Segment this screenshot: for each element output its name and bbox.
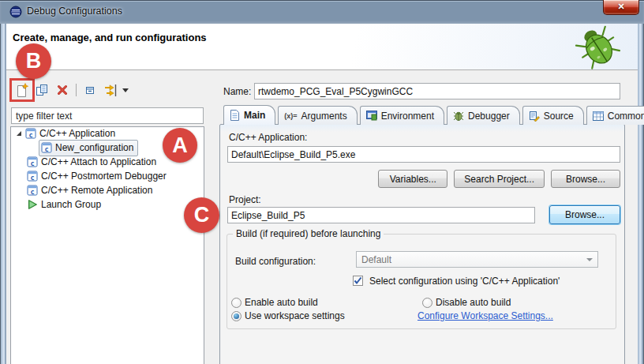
- annotation-circle-a: A: [163, 128, 197, 163]
- svg-text:c: c: [28, 131, 32, 139]
- build-group-title: Build (if required) before launching: [233, 228, 384, 239]
- c-application-icon: c: [27, 171, 38, 182]
- filter-configurations-button[interactable]: [100, 80, 121, 100]
- enable-auto-build-label: Enable auto build: [245, 297, 318, 308]
- tab-label: Environment: [381, 111, 434, 122]
- variables-button[interactable]: Variables...: [378, 170, 447, 188]
- tab-environment[interactable]: Environment: [360, 106, 444, 125]
- select-configuration-checkbox[interactable]: [353, 276, 363, 286]
- delete-configuration-button[interactable]: [52, 80, 73, 100]
- tab-label: Common: [608, 111, 644, 122]
- eclipse-logo-icon: [9, 6, 22, 18]
- name-input[interactable]: [254, 83, 620, 99]
- window-frame-right: [638, 24, 644, 364]
- collapse-all-icon: [83, 83, 97, 97]
- delete-x-icon: [56, 84, 69, 96]
- tab-label: Arguments: [301, 111, 347, 122]
- duplicate-icon: [35, 83, 49, 97]
- debugger-tab-icon: [453, 111, 464, 122]
- tree-item-launch-group[interactable]: Launch Group: [27, 197, 101, 212]
- checkmark-icon: [354, 276, 362, 285]
- enable-auto-build-radio[interactable]: [231, 298, 242, 308]
- tree-item-label: C/C++ Remote Application: [41, 185, 152, 196]
- tab-label: Main: [244, 110, 265, 121]
- tree-item-remote-application[interactable]: c C/C++ Remote Application: [27, 183, 152, 197]
- c-application-icon: c: [27, 185, 38, 196]
- app-browse-button[interactable]: Browse...: [551, 170, 620, 188]
- use-workspace-settings-label: Use workspace settings: [245, 310, 345, 321]
- environment-tab-icon: [366, 111, 377, 121]
- annotation-circle-c: C: [184, 197, 219, 233]
- configure-workspace-settings-link[interactable]: Configure Workspace Settings...: [417, 310, 553, 321]
- disable-auto-build-label: Disable auto build: [436, 297, 511, 308]
- project-label: Project:: [229, 194, 261, 205]
- c-application-icon: c: [27, 156, 38, 167]
- build-options-group: Build (if required) before launching Bui…: [227, 234, 616, 329]
- tree-item-label: C/C++ Application: [39, 128, 115, 139]
- disable-auto-build-radio[interactable]: [422, 298, 432, 308]
- tab-arguments[interactable]: (x)= Arguments: [278, 106, 357, 125]
- use-workspace-settings-radio[interactable]: [231, 311, 242, 321]
- tree-item-label: New_configuration: [55, 142, 133, 153]
- titlebar[interactable]: Debug Configurations ✕: [0, 0, 644, 24]
- source-tab-icon: [529, 111, 540, 122]
- tab-label: Debugger: [468, 111, 510, 122]
- tree-item-label: C/C++ Postmortem Debugger: [41, 171, 167, 182]
- svg-text:c: c: [30, 174, 34, 182]
- window-title: Debug Configurations: [27, 6, 122, 17]
- collapse-all-button[interactable]: [80, 80, 100, 100]
- toolbar-separator: [73, 80, 80, 100]
- tree-item-cpp-application[interactable]: c C/C++ Application: [16, 126, 115, 141]
- annotation-circle-b: B: [16, 43, 51, 79]
- svg-text:c: c: [44, 145, 48, 153]
- build-configuration-value: Default: [361, 254, 391, 265]
- bug-illustration-icon: [567, 17, 627, 77]
- project-browse-button[interactable]: Browse...: [549, 205, 620, 224]
- filter-arrows-icon: [103, 83, 118, 98]
- tree-item-label: Launch Group: [41, 199, 101, 210]
- tree-item-label: C/C++ Attach to Application: [41, 156, 156, 167]
- window-frame-left: [0, 24, 6, 364]
- launch-group-icon: [27, 199, 38, 210]
- svg-text:c: c: [30, 188, 34, 196]
- search-project-button[interactable]: Search Project...: [454, 170, 545, 188]
- expander-open-icon[interactable]: [16, 130, 22, 137]
- tab-label: Source: [544, 111, 574, 122]
- tree-item-new-configuration[interactable]: c New_configuration: [41, 141, 133, 155]
- chevron-down-icon: [586, 258, 593, 261]
- c-application-icon: c: [41, 142, 52, 153]
- tab-bar: Main (x)= Arguments Environment Deb: [223, 105, 644, 125]
- tab-main[interactable]: Main: [223, 105, 275, 125]
- cpp-application-input[interactable]: [227, 146, 620, 163]
- filter-input[interactable]: [11, 107, 204, 124]
- tab-debugger[interactable]: Debugger: [447, 106, 520, 125]
- c-application-icon: c: [25, 128, 36, 139]
- debug-configurations-dialog: Debug Configurations ✕ Create, manage, a…: [0, 0, 644, 364]
- close-button[interactable]: ✕: [603, 0, 639, 15]
- chevron-down-icon: [122, 88, 129, 92]
- tab-common[interactable]: Common: [586, 106, 644, 125]
- dialog-banner: Create, manage, and run configurations: [6, 24, 638, 70]
- tab-source[interactable]: Source: [522, 106, 584, 125]
- main-tab-icon: [230, 110, 240, 121]
- banner-heading: Create, manage, and run configurations: [13, 32, 207, 43]
- select-configuration-label: Select configuration using 'C/C++ Applic…: [369, 276, 560, 287]
- arguments-tab-icon: (x)=: [284, 112, 297, 120]
- annotation-box-new-button: [9, 78, 35, 102]
- tree-item-postmortem-debugger[interactable]: c C/C++ Postmortem Debugger: [27, 169, 167, 183]
- name-label: Name:: [223, 86, 251, 97]
- cpp-application-label: C/C++ Application:: [229, 132, 307, 143]
- common-tab-icon: [593, 111, 604, 121]
- tree-item-attach-to-application[interactable]: c C/C++ Attach to Application: [27, 155, 156, 169]
- build-configuration-select: Default: [356, 251, 598, 268]
- toolbar-menu-dropdown[interactable]: [121, 80, 130, 100]
- build-configuration-label: Build configuration:: [235, 256, 316, 267]
- project-input[interactable]: [227, 207, 535, 223]
- svg-text:c: c: [30, 159, 34, 167]
- application-buttons-row: Variables... Search Project... Browse...: [227, 170, 620, 188]
